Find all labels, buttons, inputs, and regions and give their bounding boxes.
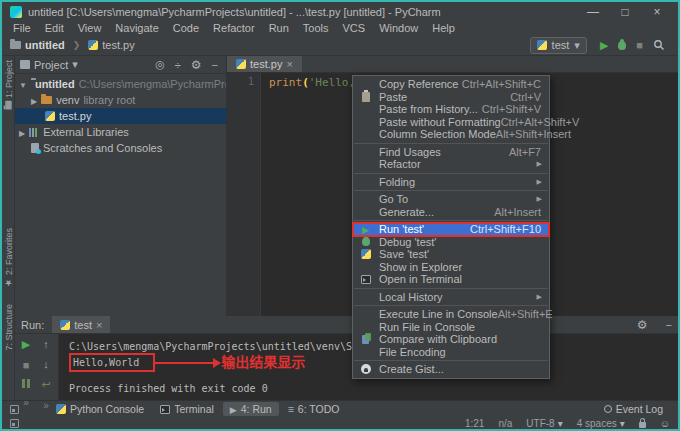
run-panel-label: Run: — [21, 319, 44, 331]
menu-item-find-usages[interactable]: Find Usages Alt+F7 — [353, 146, 549, 159]
search-icon[interactable] — [653, 39, 665, 51]
tool-window-terminal[interactable]: Terminal — [153, 402, 221, 416]
soft-wrap-icon[interactable] — [41, 378, 50, 391]
chevron-down-icon[interactable] — [72, 58, 78, 71]
menu-item-go-to[interactable]: Go To — [353, 193, 549, 206]
menu-item-run-test[interactable]: Run 'test' Ctrl+Shift+F10 — [353, 223, 549, 236]
menu-item-local-history[interactable]: Local History — [353, 291, 549, 304]
window-title: untitled [C:\Users\mengma\PycharmProject… — [28, 6, 441, 18]
menu-navigate[interactable]: Navigate — [108, 22, 165, 34]
run-tab-test[interactable]: test — [52, 316, 110, 333]
tool-window-todo[interactable]: 6: TODO — [281, 402, 347, 416]
tool-window-run[interactable]: 4: Run — [223, 402, 279, 416]
chevron-down-icon — [558, 418, 563, 429]
breadcrumb-file[interactable]: test.py — [102, 39, 134, 51]
collapsed-arrow-icon[interactable] — [19, 126, 25, 138]
libraries-icon — [29, 128, 39, 137]
menu-separator — [354, 173, 548, 174]
tree-row-scratches[interactable]: Scratches and Consoles — [15, 140, 226, 156]
menu-code[interactable]: Code — [166, 22, 206, 34]
debug-icon — [362, 237, 370, 246]
rerun-button[interactable] — [22, 338, 30, 351]
collapse-all-icon[interactable] — [175, 59, 181, 71]
down-stack-trace-icon[interactable] — [43, 358, 49, 370]
inspections-hector-icon[interactable] — [660, 418, 670, 429]
debug-button[interactable] — [618, 41, 626, 50]
tool-window-python-console[interactable]: Python Console — [49, 402, 151, 416]
gear-icon[interactable] — [191, 58, 202, 72]
tree-row-root[interactable]: untitled C:\Users\mengma\PycharmProjects… — [15, 76, 226, 92]
menu-tools[interactable]: Tools — [296, 22, 336, 34]
tree-row-external-libraries[interactable]: External Libraries — [15, 124, 226, 140]
menu-help[interactable]: Help — [425, 22, 462, 34]
menu-item-debug-test[interactable]: Debug 'test' — [353, 236, 549, 249]
hide-panel-icon[interactable] — [212, 59, 218, 71]
toolwindow-toggle-icon[interactable] — [10, 419, 19, 428]
menu-edit[interactable]: Edit — [38, 22, 71, 34]
file-encoding-select[interactable]: UTF-8 — [526, 418, 562, 429]
tool-window-project[interactable]: 1: Project — [2, 60, 15, 109]
menu-item-show-in-explorer[interactable]: Show in Explorer — [353, 261, 549, 274]
breadcrumb-project[interactable]: untitled — [25, 39, 65, 51]
lock-icon[interactable] — [639, 422, 646, 428]
tree-row-venv[interactable]: venv library root — [15, 92, 226, 108]
menu-item-generate[interactable]: Generate... Alt+Insert — [353, 206, 549, 219]
menu-separator — [354, 220, 548, 221]
tool-window-favorites[interactable]: 2: Favorites — [2, 228, 15, 288]
minimize-button[interactable]: — — [580, 5, 606, 19]
tool-window-structure[interactable]: 7: Structure — [2, 304, 15, 351]
menu-item-paste-without-formatting[interactable]: Paste without Formatting Ctrl+Alt+Shift+… — [353, 116, 549, 129]
hide-panel-icon[interactable] — [666, 319, 672, 331]
indent-select[interactable]: 4 spaces — [577, 418, 625, 429]
menu-item-refactor[interactable]: Refactor — [353, 158, 549, 171]
stop-button[interactable] — [636, 39, 643, 51]
caret-position[interactable]: 1:21 — [465, 418, 484, 429]
locate-icon[interactable] — [155, 58, 165, 71]
close-tab-icon[interactable] — [286, 58, 292, 70]
event-log-button[interactable]: Event Log — [597, 402, 670, 416]
tab-testpy[interactable]: test.py — [227, 56, 302, 72]
run-button[interactable] — [600, 39, 608, 52]
console-line-exit: Process finished with exit code 0 — [69, 381, 670, 396]
expand-arrow-icon[interactable] — [19, 78, 27, 90]
project-panel: Project untitled C:\Users\mengma\Pycharm… — [15, 56, 227, 316]
menu-vcs[interactable]: VCS — [336, 22, 373, 34]
pause-button[interactable] — [22, 379, 30, 388]
status-bar: 1:21 n/a UTF-8 4 spaces — [2, 417, 678, 429]
project-panel-title[interactable]: Project — [34, 59, 68, 71]
menu-item-file-encoding[interactable]: File Encoding — [353, 346, 549, 359]
menu-item-compare-with-clipboard[interactable]: Compare with Clipboard — [353, 333, 549, 346]
menu-item-paste-from-history[interactable]: Paste from History... Ctrl+Shift+V — [353, 103, 549, 116]
menu-item-folding[interactable]: Folding — [353, 176, 549, 189]
menu-item-create-gist[interactable]: Create Gist... — [353, 363, 549, 376]
up-stack-trace-icon[interactable] — [43, 338, 49, 350]
bottom-tool-window-bar: Python Console Terminal 4: Run 6: TODO E… — [2, 400, 678, 417]
star-icon — [4, 278, 14, 288]
menu-refactor[interactable]: Refactor — [206, 22, 262, 34]
menu-item-column-selection-mode[interactable]: Column Selection Mode Alt+Shift+Insert — [353, 128, 549, 141]
tool-window-switcher-icon[interactable] — [10, 405, 19, 414]
code-keyword: print — [269, 76, 302, 89]
menu-item-copy-reference[interactable]: Copy Reference Ctrl+Alt+Shift+C — [353, 78, 549, 91]
maximize-button[interactable]: □ — [612, 5, 638, 19]
tree-row-testpy[interactable]: test.py — [15, 108, 226, 124]
menu-file[interactable]: File — [6, 22, 38, 34]
close-button[interactable]: × — [644, 5, 670, 19]
menu-view[interactable]: View — [71, 22, 109, 34]
menu-item-save-test[interactable]: Save 'test' — [353, 248, 549, 261]
menu-item-execute-line-in-console[interactable]: Execute Line in Console Alt+Shift+E — [353, 308, 549, 321]
collapsed-arrow-icon[interactable] — [31, 94, 37, 106]
tool-window-stripe: 1: Project 2: Favorites 7: Structure — [2, 56, 15, 400]
context-menu: Copy Reference Ctrl+Alt+Shift+C Paste Ct… — [352, 75, 550, 379]
menu-item-run-file-in-console[interactable]: Run File in Console — [353, 321, 549, 334]
menu-run[interactable]: Run — [262, 22, 296, 34]
menu-item-open-in-terminal[interactable]: Open in Terminal — [353, 273, 549, 286]
close-tab-icon[interactable] — [96, 319, 102, 331]
gear-icon[interactable] — [637, 318, 648, 332]
menu-item-paste[interactable]: Paste Ctrl+V — [353, 91, 549, 104]
chevron-down-icon — [620, 418, 625, 429]
menu-window[interactable]: Window — [372, 22, 425, 34]
run-configuration-select[interactable]: test — [530, 37, 587, 54]
stop-button[interactable] — [23, 359, 30, 371]
run-configuration-name: test — [552, 39, 570, 51]
